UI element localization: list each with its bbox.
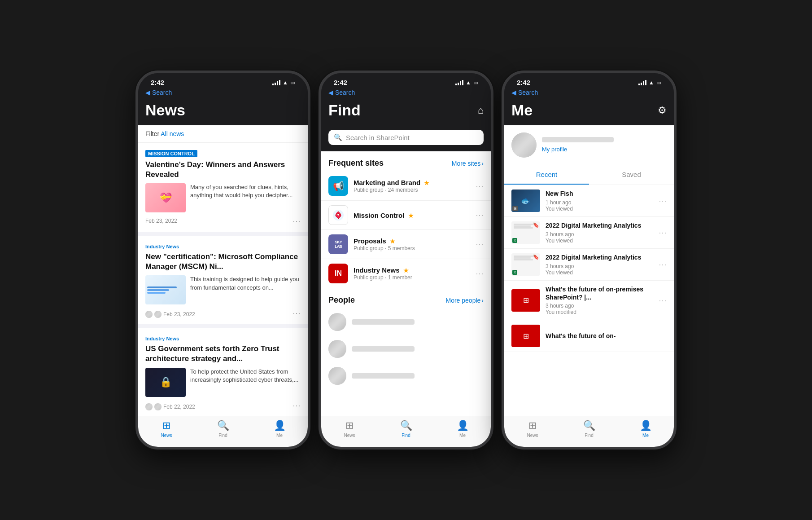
- analytics2-info: 2022 Digital Marketing Analytics 3 hours…: [546, 253, 653, 275]
- tab-bar-3: ⊞ News 🔍 Find 👤 Me: [504, 416, 674, 447]
- star-icon-proposals: ★: [390, 238, 395, 245]
- tab-recent[interactable]: Recent: [504, 165, 589, 185]
- person-name-blur-1: [352, 319, 415, 325]
- news-thumb-2: [145, 275, 186, 304]
- recent-item-analytics1[interactable]: X 🔖 2022 Digital Marketing Analytics 3 h…: [504, 217, 674, 249]
- more-btn-1[interactable]: ⋯: [292, 216, 301, 226]
- news-meta-3: Feb 22, 2022 ⋯: [145, 401, 301, 410]
- site-info-mission: Mission Control ★: [354, 212, 470, 219]
- tab-find-label-1: Find: [218, 433, 227, 438]
- meta-row-3: Feb 22, 2022: [145, 403, 195, 410]
- people-section: [321, 308, 491, 393]
- tab-me-1[interactable]: 👤 Me: [264, 420, 295, 438]
- site-more-proposals[interactable]: ⋯: [476, 239, 484, 249]
- excel-doc-icon-1: X: [512, 238, 517, 243]
- site-item-proposals[interactable]: SKYLAB Proposals ★ Public group · 5 memb…: [321, 230, 491, 259]
- find-tab-icon-3: 🔍: [583, 420, 595, 432]
- profile-info: My profile: [542, 137, 667, 153]
- status-time-1: 2:42: [151, 79, 164, 86]
- status-bar-3: 2:42 ▲ ▭: [504, 73, 674, 88]
- news-tab-icon-3: ⊞: [528, 420, 537, 432]
- news-item-3[interactable]: Industry News US Government sets forth Z…: [138, 328, 308, 416]
- status-bar-1: 2:42 ▲ ▭: [138, 73, 308, 88]
- sharepoint-image: ⊞: [511, 289, 540, 312]
- signal-icon-3: [638, 80, 646, 85]
- recent-item-analytics2[interactable]: X 🔖 2022 Digital Marketing Analytics 3 h…: [504, 249, 674, 281]
- back-button-1[interactable]: ◀ Search: [145, 89, 301, 96]
- news-meta-1: Feb 23, 2022 ⋯: [145, 216, 301, 226]
- more-btn-2[interactable]: ⋯: [292, 308, 301, 318]
- back-button-2[interactable]: ◀ Search: [328, 89, 484, 96]
- search-bar[interactable]: 🔍 Search in SharePoint: [328, 130, 484, 145]
- filter-bar: Filter All news: [138, 125, 308, 143]
- analytics2-thumb: X 🔖: [511, 253, 540, 276]
- person-avatar-3: [328, 367, 346, 385]
- gear-button[interactable]: ⚙: [658, 105, 667, 116]
- analytics1-more-btn[interactable]: ⋯: [659, 228, 667, 238]
- tab-news-label-3: News: [527, 433, 538, 438]
- news-tag-2: Industry News: [145, 244, 179, 249]
- news-tag-3: Industry News: [145, 336, 179, 341]
- tab-news-2[interactable]: ⊞ News: [334, 420, 365, 438]
- analytics2-more-btn[interactable]: ⋯: [659, 260, 667, 269]
- news-item-1[interactable]: MISSION CONTROL Valentine's Day: Winners…: [138, 143, 308, 236]
- in-icon: IN: [328, 264, 348, 283]
- person-item-3[interactable]: [321, 362, 491, 389]
- news-date-3: Feb 22, 2022: [163, 404, 195, 410]
- wifi-icon-2: ▲: [466, 79, 471, 86]
- my-profile-link[interactable]: My profile: [542, 146, 567, 153]
- news-tab-icon-1: ⊞: [162, 420, 170, 432]
- analytics2-title: 2022 Digital Marketing Analytics: [546, 253, 653, 261]
- site-item-mission[interactable]: Mission Control ★ ⋯: [321, 201, 491, 230]
- fish-more-btn[interactable]: ⋯: [659, 196, 667, 206]
- sharepoint-title: What's the future of on-premises SharePo…: [546, 285, 653, 301]
- status-time-3: 2:42: [517, 79, 530, 86]
- bookmark-icon-1: 🔖: [533, 222, 539, 228]
- person-item-2[interactable]: [321, 335, 491, 362]
- home-button[interactable]: ⌂: [478, 105, 484, 116]
- news-excerpt-3: To help protect the United States from i…: [190, 368, 301, 397]
- battery-icon-3: ▭: [656, 79, 661, 86]
- tab-find-1[interactable]: 🔍 Find: [207, 420, 239, 438]
- find-tab-icon-2: 🔍: [400, 420, 412, 432]
- news-thumb-1: 💝: [145, 183, 186, 212]
- site-more-marketing[interactable]: ⋯: [476, 181, 484, 191]
- wifi-icon-1: ▲: [283, 79, 288, 86]
- frequent-sites-header: Frequent sites More sites ›: [321, 151, 491, 172]
- recent-item-sharepoint2[interactable]: ⊞ What's the future of on-: [504, 320, 674, 352]
- status-time-2: 2:42: [334, 79, 347, 86]
- more-btn-3[interactable]: ⋯: [292, 401, 301, 410]
- site-more-mission[interactable]: ⋯: [476, 210, 484, 220]
- tab-find-2[interactable]: 🔍 Find: [390, 420, 422, 438]
- tab-news-3[interactable]: ⊞ News: [517, 420, 548, 438]
- me-title: Me: [511, 101, 533, 119]
- tab-me-2[interactable]: 👤 Me: [447, 420, 478, 438]
- nav-bar-3: ◀ Search: [504, 88, 674, 98]
- meta-row-2: Feb 23, 2022: [145, 311, 195, 318]
- people-header: People More people ›: [321, 288, 491, 308]
- news-item-2[interactable]: Industry News New "certification": Micro…: [138, 236, 308, 328]
- tab-saved[interactable]: Saved: [589, 165, 674, 185]
- app-header-find: Find ⌂: [321, 98, 491, 125]
- find-screen: Frequent sites More sites › 📢 Marketing …: [321, 151, 491, 416]
- excel-doc-icon-2: X: [512, 270, 517, 275]
- sharepoint-more-btn[interactable]: ⋯: [659, 295, 667, 305]
- news-screen: Filter All news MISSION CONTROL Valentin…: [138, 125, 308, 416]
- recent-item-sharepoint[interactable]: ⊞ What's the future of on-premises Share…: [504, 281, 674, 320]
- training-thumb: [145, 275, 186, 304]
- tab-news-1[interactable]: ⊞ News: [151, 420, 182, 438]
- person-item-1[interactable]: [321, 308, 491, 335]
- tab-me-3[interactable]: 👤 Me: [630, 420, 661, 438]
- tab-find-3[interactable]: 🔍 Find: [573, 420, 605, 438]
- recent-item-fish[interactable]: 🐟 ⊞ New Fish 1 hour ago You viewed ⋯: [504, 185, 674, 217]
- filter-link[interactable]: All news: [161, 130, 184, 137]
- site-more-industry[interactable]: ⋯: [476, 269, 484, 278]
- sharepoint2-image: ⊞: [511, 325, 540, 347]
- search-bar-placeholder: Search in SharePoint: [346, 134, 410, 141]
- site-item-industry[interactable]: IN Industry News ★ Public group · 1 memb…: [321, 259, 491, 288]
- news-date-2: Feb 23, 2022: [163, 311, 195, 317]
- back-button-3[interactable]: ◀ Search: [511, 89, 667, 96]
- more-people-link[interactable]: More people ›: [446, 297, 484, 304]
- site-item-marketing[interactable]: 📢 Marketing and Brand ★ Public group · 2…: [321, 172, 491, 201]
- more-sites-link[interactable]: More sites ›: [452, 160, 484, 167]
